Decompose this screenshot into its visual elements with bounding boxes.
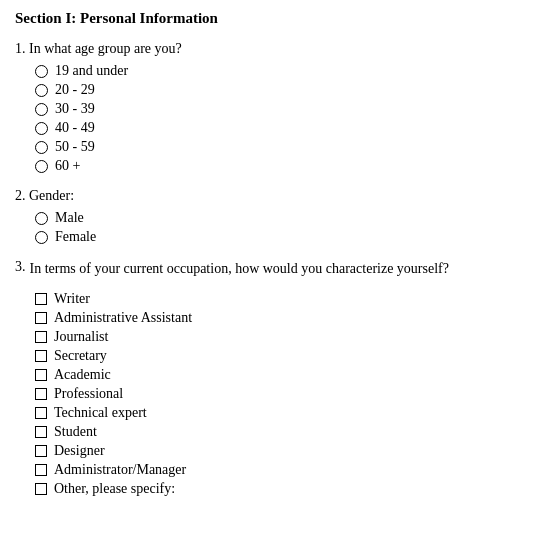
q3-option-7[interactable]: Student — [35, 424, 529, 440]
q1-option-1[interactable]: 20 - 29 — [35, 82, 529, 98]
q3-option-1[interactable]: Administrative Assistant — [35, 310, 529, 326]
radio-circle — [35, 65, 48, 78]
radio-circle — [35, 212, 48, 225]
q2-option-label: Female — [55, 229, 96, 245]
q2-label: 2. Gender: — [15, 188, 529, 204]
checkbox-square — [35, 350, 47, 362]
q3-header: 3. In terms of your current occupation, … — [15, 259, 529, 285]
q3-label: In terms of your current occupation, how… — [30, 259, 449, 279]
radio-circle — [35, 103, 48, 116]
q3-option-label: Administrative Assistant — [54, 310, 192, 326]
q1-option-label: 50 - 59 — [55, 139, 95, 155]
checkbox-square — [35, 369, 47, 381]
q3-option-label: Technical expert — [54, 405, 147, 421]
section-title: Section I: Personal Information — [15, 10, 529, 27]
q2-options: MaleFemale — [35, 210, 529, 245]
radio-circle — [35, 84, 48, 97]
question-2: 2. Gender: MaleFemale — [15, 188, 529, 245]
q3-option-label: Academic — [54, 367, 111, 383]
checkbox-square — [35, 445, 47, 457]
q2-option-0[interactable]: Male — [35, 210, 529, 226]
q1-option-0[interactable]: 19 and under — [35, 63, 529, 79]
radio-circle — [35, 231, 48, 244]
q3-option-label: Professional — [54, 386, 123, 402]
q3-option-2[interactable]: Journalist — [35, 329, 529, 345]
checkbox-square — [35, 407, 47, 419]
q3-option-label: Designer — [54, 443, 105, 459]
q1-option-label: 40 - 49 — [55, 120, 95, 136]
q3-option-4[interactable]: Academic — [35, 367, 529, 383]
q1-option-label: 19 and under — [55, 63, 128, 79]
q1-label: 1. In what age group are you? — [15, 41, 529, 57]
checkbox-square — [35, 426, 47, 438]
radio-circle — [35, 122, 48, 135]
q1-option-3[interactable]: 40 - 49 — [35, 120, 529, 136]
q3-option-label: Secretary — [54, 348, 107, 364]
question-3: 3. In terms of your current occupation, … — [15, 259, 529, 497]
q3-option-label: Other, please specify: — [54, 481, 175, 497]
checkbox-square — [35, 331, 47, 343]
q3-option-8[interactable]: Designer — [35, 443, 529, 459]
checkbox-square — [35, 388, 47, 400]
q1-option-label: 20 - 29 — [55, 82, 95, 98]
q3-option-label: Administrator/Manager — [54, 462, 186, 478]
q1-option-2[interactable]: 30 - 39 — [35, 101, 529, 117]
checkbox-square — [35, 483, 47, 495]
q1-option-4[interactable]: 50 - 59 — [35, 139, 529, 155]
q3-option-10[interactable]: Other, please specify: — [35, 481, 529, 497]
checkbox-square — [35, 312, 47, 324]
radio-circle — [35, 160, 48, 173]
q3-option-0[interactable]: Writer — [35, 291, 529, 307]
q3-options: WriterAdministrative AssistantJournalist… — [35, 291, 529, 497]
q3-option-label: Journalist — [54, 329, 108, 345]
q2-option-1[interactable]: Female — [35, 229, 529, 245]
q3-number: 3. — [15, 259, 26, 285]
checkbox-square — [35, 464, 47, 476]
q2-option-label: Male — [55, 210, 84, 226]
checkbox-square — [35, 293, 47, 305]
q3-option-label: Writer — [54, 291, 90, 307]
q3-option-9[interactable]: Administrator/Manager — [35, 462, 529, 478]
q3-option-3[interactable]: Secretary — [35, 348, 529, 364]
q3-option-6[interactable]: Technical expert — [35, 405, 529, 421]
q1-option-5[interactable]: 60 + — [35, 158, 529, 174]
q1-option-label: 30 - 39 — [55, 101, 95, 117]
q3-option-label: Student — [54, 424, 97, 440]
q3-option-5[interactable]: Professional — [35, 386, 529, 402]
q1-option-label: 60 + — [55, 158, 80, 174]
radio-circle — [35, 141, 48, 154]
question-1: 1. In what age group are you? 19 and und… — [15, 41, 529, 174]
q1-options: 19 and under20 - 2930 - 3940 - 4950 - 59… — [35, 63, 529, 174]
